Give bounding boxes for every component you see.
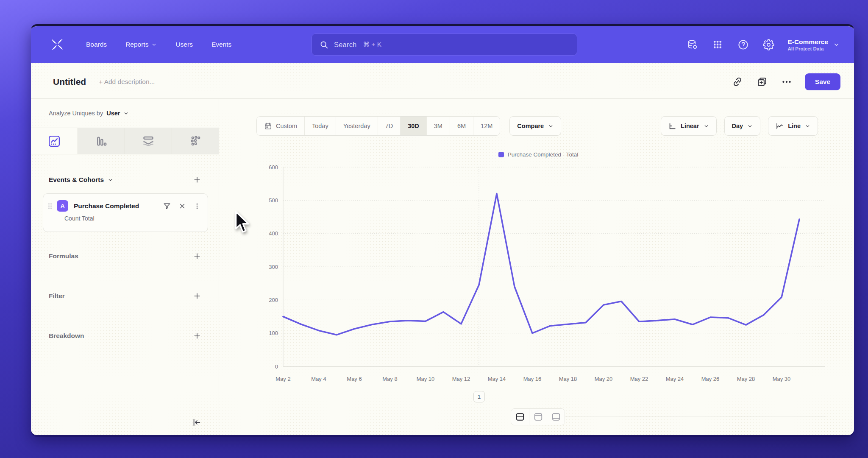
report-title-bar: Untitled + Add description... <box>31 65 854 99</box>
series-line-purchase-completed[interactable] <box>283 194 799 335</box>
nav-item-events[interactable]: Events <box>204 36 239 53</box>
range-3m[interactable]: 3M <box>426 117 450 135</box>
add-description[interactable]: + Add description... <box>99 78 155 86</box>
analyze-entity-select[interactable]: User <box>106 110 120 117</box>
collapse-left-icon <box>192 418 201 427</box>
events-cohorts-toggle[interactable]: Events & Cohorts <box>49 176 113 184</box>
tab-line-chart[interactable] <box>31 128 78 154</box>
chevron-down-icon <box>151 42 157 47</box>
collapse-sidebar-button[interactable] <box>191 416 203 428</box>
add-formula-button[interactable] <box>192 251 203 262</box>
x-tick-label: May 26 <box>701 376 720 382</box>
save-button[interactable]: Save <box>805 73 840 90</box>
compare-button[interactable]: Compare <box>509 116 561 136</box>
range-12m[interactable]: 12M <box>473 117 500 135</box>
x-tick-label: May 12 <box>452 376 470 382</box>
kebab-menu-icon[interactable] <box>193 202 201 210</box>
workspace-name: E-Commerce <box>787 38 828 46</box>
plus-icon <box>193 176 201 184</box>
chevron-down-icon <box>747 123 753 129</box>
event-name[interactable]: Purchase Completed <box>74 202 139 210</box>
mixpanel-logo-icon[interactable] <box>48 35 67 54</box>
scale-select[interactable]: Linear <box>661 116 717 136</box>
filter-funnel-icon[interactable] <box>163 202 171 210</box>
app-window: BoardsReportsUsersEvents Search ⌘ + K <box>31 24 854 435</box>
add-breakdown-button[interactable] <box>192 330 203 341</box>
layout-split-middle-button[interactable] <box>511 409 529 425</box>
chevron-down-icon <box>833 42 840 48</box>
y-tick-label: 0 <box>275 363 278 370</box>
workspace-switcher[interactable]: E-Commerce All Project Data <box>787 38 840 51</box>
add-event-button[interactable] <box>192 174 203 185</box>
chevron-down-icon <box>704 123 709 129</box>
line-chart-icon <box>48 135 61 148</box>
interval-select[interactable]: Day <box>724 116 761 136</box>
tab-bar-chart[interactable] <box>78 128 125 154</box>
legend-swatch <box>498 152 504 157</box>
nav-item-users[interactable]: Users <box>168 36 200 53</box>
search-input[interactable]: Search ⌘ + K <box>312 34 577 56</box>
range-6m[interactable]: 6M <box>450 117 473 135</box>
layout-bottom-bar-button[interactable] <box>547 409 565 425</box>
range-custom[interactable]: Custom <box>257 117 304 135</box>
layout-toggle-group <box>511 408 565 425</box>
plus-icon <box>193 332 201 340</box>
event-aggregation[interactable]: Count Total <box>64 215 208 222</box>
page-indicator[interactable]: 1 <box>473 391 485 402</box>
range-yesterday[interactable]: Yesterday <box>336 117 378 135</box>
x-tick-label: May 18 <box>559 376 577 382</box>
nav-item-reports[interactable]: Reports <box>118 36 164 53</box>
workspace-scope: All Project Data <box>787 46 828 51</box>
y-tick-label: 100 <box>269 330 278 336</box>
duplicate-icon[interactable] <box>756 75 768 88</box>
copy-link-icon[interactable] <box>731 75 744 88</box>
y-tick-label: 400 <box>269 230 278 237</box>
search-shortcut: ⌘ + K <box>363 41 381 48</box>
range-7d[interactable]: 7D <box>378 117 401 135</box>
legend-label: Purchase Completed - Total <box>508 151 578 158</box>
tab-scatter[interactable] <box>172 128 219 154</box>
event-series-badge: A <box>57 200 68 212</box>
x-tick-label: May 16 <box>523 376 542 382</box>
flows-icon <box>142 135 155 148</box>
x-tick-label: May 28 <box>737 376 755 382</box>
top-navbar: BoardsReportsUsersEvents Search ⌘ + K <box>31 26 854 63</box>
tab-flows[interactable] <box>125 128 172 154</box>
event-card-purchase-completed[interactable]: A Purchase Completed Count Total <box>43 193 208 232</box>
nav-item-boards[interactable]: Boards <box>78 36 114 53</box>
plus-icon <box>193 252 201 260</box>
layout-top-bar-button[interactable] <box>529 409 547 425</box>
line-chart[interactable]: 0100200300400500600May 2May 4May 6May 8M… <box>250 164 826 395</box>
breakdown-section: Breakdown <box>49 330 203 341</box>
chevron-down-icon <box>123 111 129 116</box>
nav-right-cluster: E-Commerce All Project Data <box>686 26 840 63</box>
nav-items: BoardsReportsUsersEvents <box>78 36 239 53</box>
add-filter-button[interactable] <box>192 290 203 302</box>
x-tick-label: May 30 <box>773 376 791 382</box>
filter-label: Filter <box>49 292 65 300</box>
chart-type-tabs <box>31 128 219 154</box>
data-management-icon[interactable] <box>686 38 698 51</box>
x-tick-label: May 14 <box>488 376 506 382</box>
breakdown-label: Breakdown <box>49 332 84 340</box>
search-icon <box>320 40 328 49</box>
x-tick-label: May 6 <box>347 376 362 382</box>
chart-type-select[interactable]: Line <box>768 116 818 136</box>
settings-gear-icon[interactable] <box>762 38 775 51</box>
x-tick-label: May 24 <box>666 376 684 382</box>
remove-event-icon[interactable] <box>178 202 186 210</box>
report-title[interactable]: Untitled <box>53 77 86 87</box>
chart-panel: CustomTodayYesterday7D30D3M6M12M Compare… <box>219 99 854 435</box>
help-icon[interactable] <box>737 38 749 51</box>
range-today[interactable]: Today <box>304 117 336 135</box>
legend-item[interactable]: Purchase Completed - Total <box>498 151 578 158</box>
analyze-uniques-row: Analyze Uniques by User <box>49 110 129 117</box>
formulas-section: Formulas <box>49 251 203 262</box>
apps-grid-icon[interactable] <box>711 38 724 51</box>
range-30d[interactable]: 30D <box>400 117 426 135</box>
chevron-down-icon <box>805 123 810 129</box>
x-tick-label: May 2 <box>275 376 290 382</box>
layout-top-bar-icon <box>534 412 543 422</box>
drag-handle-icon[interactable] <box>47 202 53 210</box>
more-options-icon[interactable] <box>780 75 793 88</box>
